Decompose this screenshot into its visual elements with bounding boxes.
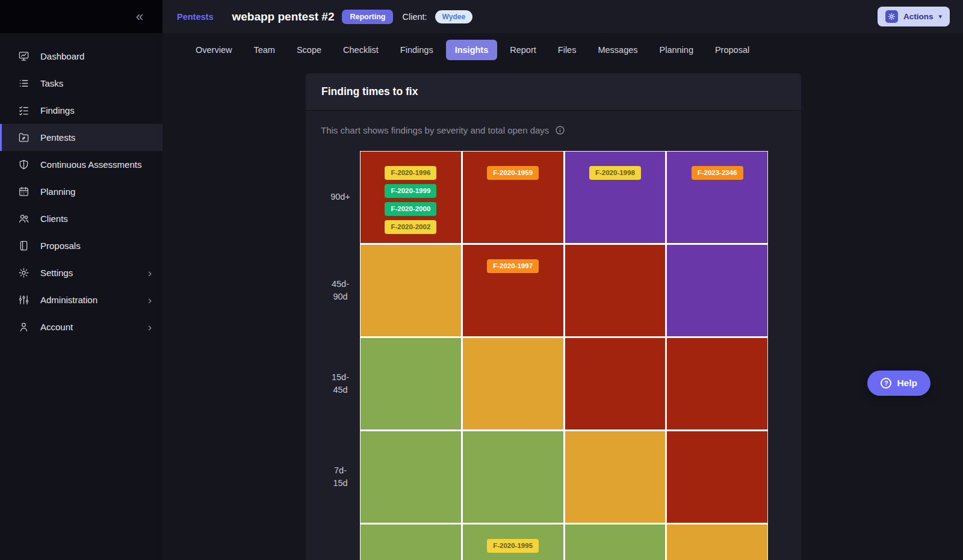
chevron-right-icon: › — [148, 294, 152, 306]
heatmap-cell — [361, 338, 461, 429]
heatmap-cell — [667, 431, 767, 523]
user-icon — [18, 321, 30, 333]
proposals-icon — [18, 240, 30, 251]
pentests-icon — [18, 132, 30, 143]
card-header: Finding times to fix — [306, 73, 801, 111]
tab-checklist[interactable]: Checklist — [334, 40, 388, 60]
sidebar-item-dashboard[interactable]: Dashboard — [0, 43, 163, 70]
heatmap-cell — [565, 431, 666, 523]
sidebar-item-pentests[interactable]: Pentests — [0, 124, 163, 151]
tasks-icon — [18, 78, 30, 89]
heatmap-cell: F-2020-1996F-2020-1999F-2020-2000F-2020-… — [361, 152, 461, 243]
actions-button[interactable]: Actions ▾ — [878, 7, 950, 26]
heatmap-cell — [565, 525, 666, 560]
sidebar-header: « — [0, 0, 163, 33]
heatmap-row-label: 7d-15d — [321, 431, 360, 523]
collapse-sidebar-icon[interactable]: « — [134, 9, 146, 25]
sidebar-item-proposals[interactable]: Proposals — [0, 232, 163, 259]
sidebar-item-account[interactable]: Account› — [0, 313, 163, 340]
tab-report[interactable]: Report — [501, 40, 545, 60]
heatmap-cell — [565, 245, 666, 336]
finding-badge[interactable]: F-2020-1998 — [589, 166, 641, 180]
tab-messages[interactable]: Messages — [589, 40, 646, 60]
calendar-icon — [18, 186, 30, 197]
heatmap-cell: F-2023-2346 — [667, 152, 767, 243]
sidebar-item-clients[interactable]: Clients — [0, 205, 163, 232]
sidebar-item-settings[interactable]: Settings› — [0, 259, 163, 286]
finding-badge[interactable]: F-2020-1959 — [487, 166, 539, 180]
tab-scope[interactable]: Scope — [288, 40, 330, 60]
heatmap-cell: F-2020-1998 — [565, 152, 666, 243]
sidebar-nav: DashboardTasksFindingsPentestsContinuous… — [0, 33, 163, 340]
heatmap-ylabels: 90d+45d-90d15d-45d7d-15d — [321, 151, 360, 560]
chevron-down-icon: ▾ — [938, 13, 942, 20]
card-body: This chart shows findings by severity an… — [306, 111, 801, 560]
tab-findings[interactable]: Findings — [391, 40, 442, 60]
finding-badge[interactable]: F-2020-1996 — [385, 166, 436, 180]
tab-insights[interactable]: Insights — [446, 40, 498, 60]
heatmap-cell — [361, 245, 461, 336]
sidebar-item-continuous-assessments[interactable]: Continuous Assessments — [0, 151, 163, 178]
help-button[interactable]: ? Help — [867, 371, 930, 396]
heatmap-cell: F-2020-1959 — [463, 152, 563, 243]
client-label: Client: — [402, 12, 427, 22]
tab-proposal[interactable]: Proposal — [706, 40, 758, 60]
heatmap-grid: F-2020-1996F-2020-1999F-2020-2000F-2020-… — [360, 151, 768, 560]
findings-icon — [18, 105, 30, 116]
sidebar-item-label: Proposals — [40, 241, 81, 251]
app-root: « DashboardTasksFindingsPentestsContinuo… — [0, 0, 963, 560]
sidebar-item-label: Settings — [40, 268, 73, 278]
chart-description-row: This chart shows findings by severity an… — [321, 125, 785, 135]
finding-badge[interactable]: F-2020-2002 — [385, 220, 436, 234]
tab-team[interactable]: Team — [244, 40, 283, 60]
sliders-icon — [18, 294, 30, 306]
clients-icon — [18, 213, 30, 224]
heatmap-row-label: 90d+ — [321, 152, 360, 243]
sidebar-item-label: Planning — [40, 186, 75, 197]
sidebar-item-planning[interactable]: Planning — [0, 178, 163, 205]
gear-icon — [18, 267, 30, 278]
sidebar-item-findings[interactable]: Findings — [0, 97, 163, 124]
heatmap-cell — [463, 338, 563, 429]
finding-badge[interactable]: F-2020-1997 — [487, 259, 539, 273]
heatmap-cell — [361, 431, 461, 523]
tab-overview[interactable]: Overview — [187, 40, 241, 60]
page-title: webapp pentest #2 — [232, 10, 334, 23]
chevron-right-icon: › — [148, 321, 152, 333]
top-bar: Pentests webapp pentest #2 Reporting Cli… — [163, 0, 963, 33]
sidebar-item-administration[interactable]: Administration› — [0, 286, 163, 313]
client-badge[interactable]: Wydee — [435, 10, 472, 23]
tab-files[interactable]: Files — [549, 40, 586, 60]
sidebar-item-label: Administration — [40, 295, 98, 305]
sidebar-item-tasks[interactable]: Tasks — [0, 70, 163, 97]
help-label: Help — [897, 378, 917, 389]
heatmap-cell — [565, 338, 666, 429]
insights-card: Finding times to fix This chart shows fi… — [306, 73, 801, 560]
heatmap-cell — [463, 431, 563, 523]
gear-icon — [885, 10, 898, 23]
sidebar-item-label: Pentests — [40, 132, 75, 143]
heatmap-cell: F-2020-1997 — [463, 245, 563, 336]
sidebar-item-label: Account — [40, 322, 73, 332]
heatmap-row-label: 15d-45d — [321, 338, 360, 429]
sidebar-item-label: Continuous Assessments — [40, 159, 141, 170]
heatmap-cell — [361, 525, 461, 560]
breadcrumb[interactable]: Pentests — [177, 12, 213, 22]
content-area: Finding times to fix This chart shows fi… — [163, 66, 963, 560]
finding-badge[interactable]: F-2020-2000 — [385, 202, 436, 216]
chevron-right-icon: › — [148, 267, 152, 278]
actions-label: Actions — [903, 12, 934, 21]
info-icon[interactable] — [555, 125, 565, 135]
heatmap-cell: F-2020-1995 — [463, 525, 563, 560]
chart-description: This chart shows findings by severity an… — [321, 125, 549, 135]
finding-badge[interactable]: F-2020-1999 — [385, 184, 436, 198]
tab-planning[interactable]: Planning — [651, 40, 702, 60]
finding-badge[interactable]: F-2023-2346 — [692, 166, 743, 180]
finding-badge[interactable]: F-2020-1995 — [487, 539, 539, 553]
heatmap-row-label — [321, 525, 360, 560]
heatmap-cell — [667, 338, 767, 429]
main-area: Pentests webapp pentest #2 Reporting Cli… — [163, 0, 963, 560]
sidebar-item-label: Clients — [40, 214, 68, 224]
sidebar: « DashboardTasksFindingsPentestsContinuo… — [0, 0, 163, 560]
card-title: Finding times to fix — [321, 85, 785, 98]
